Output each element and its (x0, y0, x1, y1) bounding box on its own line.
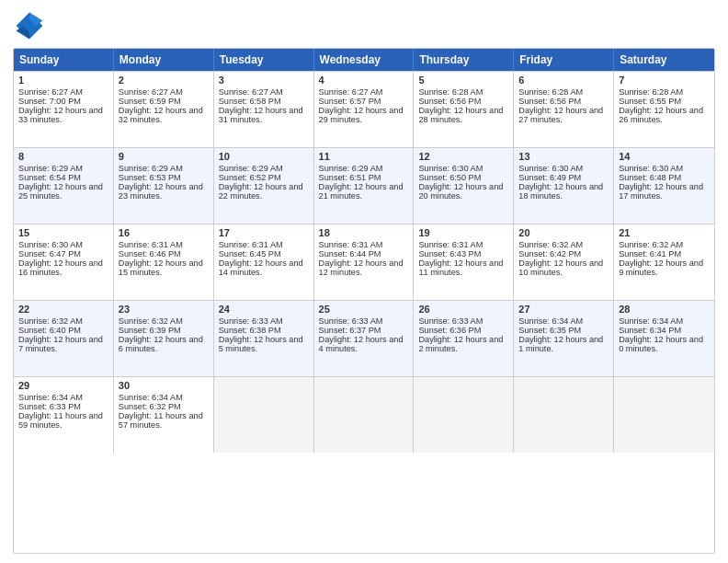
day-number: 9 (119, 151, 209, 162)
daylight-text: Daylight: 12 hours and 10 minutes. (518, 259, 603, 277)
daylight-text: Daylight: 12 hours and 26 minutes. (619, 106, 703, 124)
day-number: 20 (518, 227, 609, 238)
calendar-cell: 2Sunrise: 6:27 AMSunset: 6:59 PMDaylight… (114, 72, 214, 147)
calendar-cell: 18Sunrise: 6:31 AMSunset: 6:44 PMDayligh… (314, 224, 415, 300)
daylight-text: Daylight: 11 hours and 59 minutes. (18, 411, 103, 430)
calendar-cell (414, 377, 514, 453)
day-number: 8 (18, 151, 108, 162)
day-number: 29 (18, 380, 108, 391)
calendar: SundayMondayTuesdayWednesdayThursdayFrid… (13, 48, 715, 554)
calendar-cell: 4Sunrise: 6:27 AMSunset: 6:57 PMDaylight… (314, 72, 415, 147)
page: SundayMondayTuesdayWednesdayThursdayFrid… (0, 0, 728, 563)
daylight-text: Daylight: 12 hours and 18 minutes. (518, 182, 603, 201)
calendar-body: 1Sunrise: 6:27 AMSunset: 7:00 PMDaylight… (14, 71, 714, 453)
day-number: 23 (119, 304, 209, 315)
sunset-text: Sunset: 6:56 PM (418, 97, 481, 106)
day-number: 27 (518, 304, 609, 315)
sunrise-text: Sunrise: 6:34 AM (119, 393, 183, 402)
calendar-cell: 29Sunrise: 6:34 AMSunset: 6:33 PMDayligh… (14, 377, 114, 453)
sunset-text: Sunset: 6:52 PM (219, 173, 281, 182)
logo-icon (13, 9, 46, 42)
day-number: 3 (219, 75, 309, 86)
daylight-text: Daylight: 12 hours and 9 minutes. (619, 259, 703, 277)
day-number: 26 (418, 304, 508, 315)
daylight-text: Daylight: 12 hours and 31 minutes. (219, 106, 303, 124)
sunset-text: Sunset: 6:54 PM (18, 173, 81, 182)
day-number: 30 (119, 380, 209, 391)
sunrise-text: Sunrise: 6:33 AM (418, 316, 483, 326)
daylight-text: Daylight: 12 hours and 32 minutes. (119, 106, 203, 124)
sunset-text: Sunset: 6:44 PM (319, 249, 381, 259)
calendar-cell: 27Sunrise: 6:34 AMSunset: 6:35 PMDayligh… (514, 301, 614, 376)
day-number: 22 (18, 304, 108, 315)
day-number: 24 (219, 304, 309, 315)
weekday-header: Friday (514, 49, 614, 71)
sunrise-text: Sunrise: 6:32 AM (119, 316, 183, 326)
daylight-text: Daylight: 12 hours and 33 minutes. (18, 106, 103, 124)
daylight-text: Daylight: 12 hours and 23 minutes. (119, 182, 203, 201)
day-number: 21 (619, 227, 710, 238)
calendar-cell: 15Sunrise: 6:30 AMSunset: 6:47 PMDayligh… (14, 224, 114, 300)
sunrise-text: Sunrise: 6:31 AM (418, 240, 483, 249)
sunset-text: Sunset: 6:46 PM (119, 249, 181, 259)
calendar-cell: 28Sunrise: 6:34 AMSunset: 6:34 PMDayligh… (614, 301, 714, 376)
daylight-text: Daylight: 12 hours and 21 minutes. (319, 182, 404, 201)
sunrise-text: Sunrise: 6:27 AM (119, 87, 183, 97)
calendar-header: SundayMondayTuesdayWednesdayThursdayFrid… (14, 49, 714, 71)
sunset-text: Sunset: 6:59 PM (119, 97, 181, 106)
sunset-text: Sunset: 6:58 PM (219, 97, 281, 106)
weekday-header: Thursday (414, 49, 514, 71)
day-number: 4 (319, 75, 409, 86)
sunset-text: Sunset: 6:45 PM (219, 249, 281, 259)
day-number: 12 (418, 151, 508, 162)
calendar-row: 8Sunrise: 6:29 AMSunset: 6:54 PMDaylight… (14, 147, 714, 224)
calendar-cell: 8Sunrise: 6:29 AMSunset: 6:54 PMDaylight… (14, 148, 114, 224)
sunrise-text: Sunrise: 6:32 AM (518, 240, 583, 249)
weekday-header: Monday (114, 49, 214, 71)
daylight-text: Daylight: 12 hours and 25 minutes. (18, 182, 103, 201)
sunrise-text: Sunrise: 6:29 AM (319, 164, 383, 173)
sunset-text: Sunset: 6:49 PM (518, 173, 581, 182)
daylight-text: Daylight: 12 hours and 7 minutes. (18, 335, 103, 353)
calendar-cell: 19Sunrise: 6:31 AMSunset: 6:43 PMDayligh… (414, 224, 514, 300)
sunrise-text: Sunrise: 6:28 AM (418, 87, 483, 97)
day-number: 13 (518, 151, 609, 162)
sunrise-text: Sunrise: 6:31 AM (319, 240, 383, 249)
day-number: 7 (619, 75, 710, 86)
daylight-text: Daylight: 12 hours and 6 minutes. (119, 335, 203, 353)
calendar-row: 1Sunrise: 6:27 AMSunset: 7:00 PMDaylight… (14, 71, 714, 147)
sunset-text: Sunset: 6:56 PM (518, 97, 581, 106)
sunset-text: Sunset: 6:38 PM (219, 326, 281, 335)
sunrise-text: Sunrise: 6:27 AM (18, 87, 83, 97)
sunrise-text: Sunrise: 6:30 AM (619, 164, 683, 173)
day-number: 11 (319, 151, 409, 162)
calendar-row: 22Sunrise: 6:32 AMSunset: 6:40 PMDayligh… (14, 300, 714, 376)
daylight-text: Daylight: 12 hours and 27 minutes. (518, 106, 603, 124)
sunrise-text: Sunrise: 6:30 AM (18, 240, 83, 249)
day-number: 2 (119, 75, 209, 86)
calendar-cell: 3Sunrise: 6:27 AMSunset: 6:58 PMDaylight… (214, 72, 314, 147)
day-number: 6 (518, 75, 609, 86)
sunset-text: Sunset: 6:50 PM (418, 173, 481, 182)
sunrise-text: Sunrise: 6:28 AM (619, 87, 683, 97)
daylight-text: Daylight: 12 hours and 11 minutes. (418, 259, 503, 277)
day-number: 18 (319, 227, 409, 238)
weekday-header: Tuesday (214, 49, 314, 71)
day-number: 16 (119, 227, 209, 238)
sunset-text: Sunset: 6:47 PM (18, 249, 81, 259)
sunrise-text: Sunrise: 6:29 AM (119, 164, 183, 173)
day-number: 10 (219, 151, 309, 162)
day-number: 1 (18, 75, 108, 86)
sunset-text: Sunset: 6:32 PM (119, 402, 181, 411)
daylight-text: Daylight: 12 hours and 28 minutes. (418, 106, 503, 124)
daylight-text: Daylight: 12 hours and 4 minutes. (319, 335, 404, 353)
sunset-text: Sunset: 6:42 PM (518, 249, 581, 259)
sunset-text: Sunset: 6:36 PM (418, 326, 481, 335)
sunrise-text: Sunrise: 6:27 AM (219, 87, 283, 97)
sunset-text: Sunset: 6:33 PM (18, 402, 81, 411)
sunset-text: Sunset: 6:35 PM (518, 326, 581, 335)
weekday-header: Sunday (14, 49, 114, 71)
sunrise-text: Sunrise: 6:34 AM (619, 316, 683, 326)
calendar-cell: 10Sunrise: 6:29 AMSunset: 6:52 PMDayligh… (214, 148, 314, 224)
calendar-cell: 9Sunrise: 6:29 AMSunset: 6:53 PMDaylight… (114, 148, 214, 224)
